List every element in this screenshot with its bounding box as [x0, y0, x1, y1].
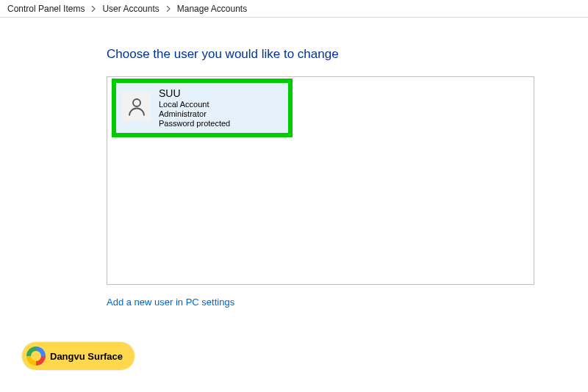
- account-tile[interactable]: SUU Local Account Administrator Password…: [116, 83, 288, 133]
- add-user-link[interactable]: Add a new user in PC settings: [107, 297, 234, 308]
- accounts-list: SUU Local Account Administrator Password…: [107, 76, 534, 285]
- chevron-right-icon: [165, 6, 171, 12]
- logo-icon: [26, 346, 46, 366]
- page-title: Choose the user you would like to change: [107, 47, 588, 62]
- selection-highlight: SUU Local Account Administrator Password…: [112, 79, 293, 137]
- svg-point-0: [133, 99, 140, 106]
- account-role: Administrator: [159, 109, 230, 119]
- watermark-badge: Dangvu Surface: [22, 342, 135, 370]
- chevron-right-icon: [90, 6, 96, 12]
- breadcrumb-item-control-panel[interactable]: Control Panel Items: [4, 2, 87, 15]
- content-area: Choose the user you would like to change…: [0, 18, 588, 308]
- breadcrumb: Control Panel Items User Accounts Manage…: [0, 0, 588, 18]
- breadcrumb-item-user-accounts[interactable]: User Accounts: [99, 2, 162, 15]
- breadcrumb-item-manage-accounts[interactable]: Manage Accounts: [174, 2, 250, 15]
- watermark-text: Dangvu Surface: [50, 351, 123, 362]
- account-type: Local Account: [159, 100, 230, 109]
- account-text: SUU Local Account Administrator Password…: [159, 87, 230, 128]
- user-avatar-icon: [122, 92, 151, 121]
- account-protection: Password protected: [159, 119, 230, 128]
- account-name: SUU: [159, 87, 230, 100]
